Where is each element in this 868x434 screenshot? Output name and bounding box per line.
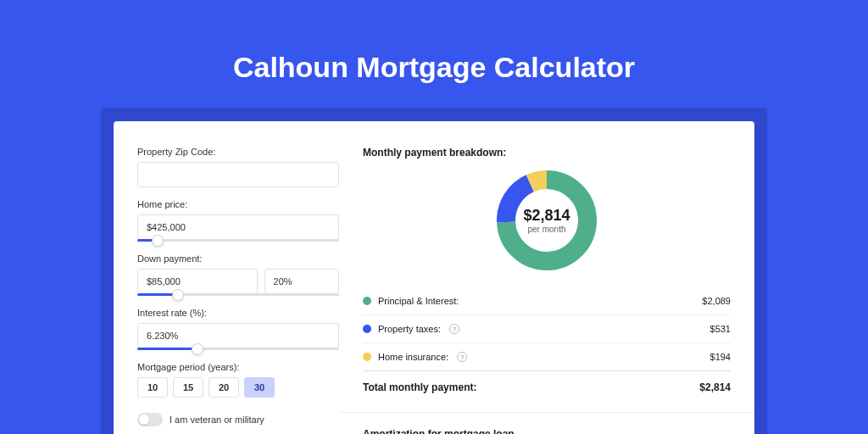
down-payment-slider[interactable] <box>137 293 339 296</box>
legend-value: $2,089 <box>702 296 731 306</box>
veteran-toggle[interactable] <box>137 413 163 426</box>
total-row: Total monthly payment: $2,814 <box>363 370 731 403</box>
down-payment-slider-thumb[interactable] <box>172 289 184 301</box>
donut-wrap: $2,814 per month <box>363 169 731 272</box>
down-payment-pct-input[interactable] <box>264 269 339 294</box>
home-price-input[interactable] <box>137 214 339 240</box>
legend-row: Property taxes:?$531 <box>363 314 731 342</box>
period-label: Mortgage period (years): <box>137 362 339 372</box>
donut-amount: $2,814 <box>523 207 570 225</box>
zip-input[interactable] <box>137 162 339 187</box>
legend-dot <box>363 325 371 333</box>
interest-field-group: Interest rate (%): <box>137 308 339 350</box>
help-icon[interactable]: ? <box>449 324 459 334</box>
legend-label: Property taxes: <box>378 324 441 334</box>
down-payment-input[interactable] <box>137 269 258 294</box>
calculator-card: Property Zip Code: Home price: Down paym… <box>114 121 754 434</box>
period-button-20[interactable]: 20 <box>209 377 239 398</box>
down-payment-field-group: Down payment: <box>137 253 339 296</box>
legend-row: Principal & Interest:$2,089 <box>363 287 731 314</box>
legend: Principal & Interest:$2,089Property taxe… <box>363 287 731 370</box>
period-button-row: 10152030 <box>137 377 339 398</box>
donut-center: $2,814 per month <box>495 169 598 272</box>
total-label: Total monthly payment: <box>363 381 476 393</box>
interest-label: Interest rate (%): <box>137 308 339 318</box>
period-button-30[interactable]: 30 <box>244 377 275 398</box>
home-price-label: Home price: <box>137 199 339 209</box>
period-button-15[interactable]: 15 <box>173 377 203 398</box>
interest-slider-thumb[interactable] <box>192 343 203 355</box>
period-field-group: Mortgage period (years): 10152030 <box>137 362 339 398</box>
interest-input[interactable] <box>137 323 339 348</box>
total-value: $2,814 <box>699 381 731 393</box>
legend-value: $531 <box>710 324 731 334</box>
home-price-slider[interactable] <box>137 239 339 242</box>
legend-row: Home insurance:?$194 <box>363 342 731 370</box>
legend-label: Principal & Interest: <box>378 296 459 306</box>
breakdown-title: Monthly payment breakdown: <box>363 147 731 159</box>
legend-dot <box>363 297 371 305</box>
legend-label: Home insurance: <box>378 352 448 362</box>
help-icon[interactable]: ? <box>457 352 467 362</box>
page-title: Calhoun Mortgage Calculator <box>0 0 868 108</box>
period-button-10[interactable]: 10 <box>137 377 168 398</box>
divider <box>339 412 754 413</box>
zip-label: Property Zip Code: <box>137 147 339 157</box>
down-payment-label: Down payment: <box>137 253 339 264</box>
home-price-field-group: Home price: <box>137 199 339 242</box>
interest-slider-fill <box>137 348 198 350</box>
home-price-slider-thumb[interactable] <box>152 235 164 247</box>
interest-slider[interactable] <box>137 348 339 350</box>
form-column: Property Zip Code: Home price: Down paym… <box>137 147 339 434</box>
veteran-row: I am veteran or military <box>137 413 339 426</box>
zip-field-group: Property Zip Code: <box>137 147 339 187</box>
amortization-title: Amortization for mortgage loan <box>363 428 731 434</box>
donut-chart: $2,814 per month <box>495 169 598 272</box>
legend-value: $194 <box>710 352 731 362</box>
breakdown-column: Monthly payment breakdown: $2,814 per mo… <box>363 147 731 434</box>
legend-dot <box>363 353 371 361</box>
donut-sub: per month <box>527 225 565 234</box>
card-band: Property Zip Code: Home price: Down paym… <box>101 108 767 434</box>
veteran-label: I am veteran or military <box>170 415 264 425</box>
